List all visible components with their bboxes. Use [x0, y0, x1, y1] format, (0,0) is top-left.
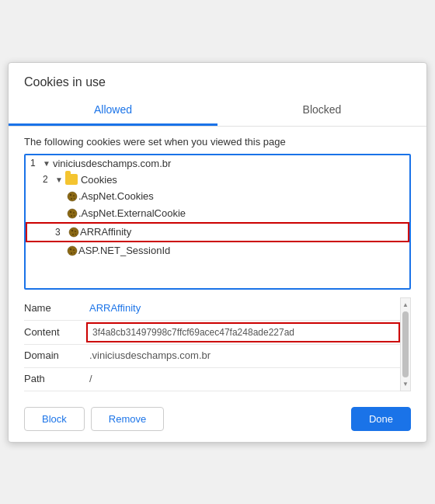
cookie-label-1: .AspNet.Cookies [78, 190, 154, 202]
tree-cookie-3-arraffinity[interactable]: 3 ARRAffinity [26, 222, 409, 242]
level-num-2: 2 [43, 174, 52, 185]
arrow-1: ▼ [43, 159, 50, 168]
detail-value-path: / [86, 368, 400, 391]
detail-label-content: Content [24, 322, 86, 342]
svg-point-5 [68, 209, 77, 218]
svg-point-18 [71, 252, 72, 254]
folder-label: Cookies [81, 174, 117, 186]
detail-value-content: 3f4a8cb31497998c7ffcf69acec47fa248ade227… [86, 322, 400, 342]
cookie-icon-4 [66, 245, 78, 257]
description-text: The following cookies were set when you … [9, 127, 426, 154]
detail-label-domain: Domain [24, 345, 86, 367]
svg-point-12 [75, 231, 76, 232]
cookie-icon-2 [66, 207, 78, 220]
svg-point-8 [71, 215, 72, 217]
tree-domain[interactable]: 1 ▼ viniciusdeschamps.com.br [26, 155, 409, 172]
scroll-down-arrow[interactable]: ▼ [401, 379, 410, 389]
detail-value-domain: .viniciusdeschamps.com.br [86, 345, 400, 367]
tab-allowed[interactable]: Allowed [9, 96, 218, 126]
done-button[interactable]: Done [351, 407, 411, 431]
dialog-footer: Block Remove Done [9, 396, 426, 442]
tab-bar: Allowed Blocked [9, 96, 426, 127]
svg-point-15 [68, 246, 77, 255]
domain-label: viniciusdeschamps.com.br [53, 158, 171, 169]
svg-point-1 [70, 193, 71, 195]
svg-point-17 [73, 249, 75, 251]
detail-label-path: Path [24, 368, 86, 391]
svg-point-9 [74, 214, 75, 216]
svg-point-0 [68, 192, 77, 201]
arrow-2: ▼ [55, 176, 63, 184]
dialog-title: Cookies in use [9, 63, 426, 96]
tree-cookie-2[interactable]: .AspNet.ExternalCookie [26, 205, 409, 222]
detail-row-content: Content 3f4a8cb31497998c7ffcf69acec47fa2… [24, 321, 400, 345]
cookie-label-2: .AspNet.ExternalCookie [78, 207, 186, 219]
cookie-tree[interactable]: 1 ▼ viniciusdeschamps.com.br 2 ▼ Cookies… [24, 154, 411, 290]
tree-cookie-4[interactable]: ASP.NET_SessionId [26, 242, 409, 259]
cookie-label-arraffinity: ARRAffinity [80, 226, 131, 238]
svg-point-4 [74, 197, 75, 199]
detail-label-name: Name [24, 297, 86, 320]
detail-row-path: Path / [24, 368, 400, 391]
folder-icon [65, 174, 78, 185]
detail-row-name: Name ARRAffinity [24, 297, 400, 321]
svg-point-2 [73, 195, 75, 196]
cookies-dialog: Cookies in use Allowed Blocked The follo… [8, 62, 427, 443]
level-num-1: 1 [30, 158, 40, 169]
scroll-up-arrow[interactable]: ▲ [401, 300, 410, 310]
details-content: Name ARRAffinity Content 3f4a8cb31497998… [24, 297, 400, 391]
footer-left-buttons: Block Remove [24, 407, 164, 431]
tree-cookie-1[interactable]: .AspNet.Cookies [26, 188, 409, 205]
detail-row-domain: Domain .viniciusdeschamps.com.br [24, 345, 400, 368]
level-num-3: 3 [55, 227, 64, 238]
svg-point-14 [75, 233, 77, 235]
tab-blocked[interactable]: Blocked [218, 96, 426, 126]
scroll-thumb[interactable] [402, 311, 409, 377]
svg-point-19 [74, 252, 75, 253]
detail-value-name: ARRAffinity [86, 297, 400, 320]
details-panel: Name ARRAffinity Content 3f4a8cb31497998… [24, 297, 411, 391]
svg-point-6 [70, 210, 71, 212]
cookie-icon-3 [68, 226, 80, 238]
svg-point-10 [69, 228, 78, 237]
svg-point-3 [71, 198, 72, 200]
svg-point-7 [73, 212, 75, 214]
cookie-label-4: ASP.NET_SessionId [78, 245, 170, 256]
remove-button[interactable]: Remove [91, 407, 164, 431]
details-scrollbar[interactable]: ▲ ▼ [400, 297, 411, 391]
block-button[interactable]: Block [24, 407, 85, 431]
tree-folder[interactable]: 2 ▼ Cookies [26, 172, 409, 188]
svg-point-13 [72, 234, 74, 235]
svg-point-11 [71, 229, 73, 231]
svg-point-16 [70, 248, 71, 249]
cookie-icon-1 [66, 190, 78, 203]
